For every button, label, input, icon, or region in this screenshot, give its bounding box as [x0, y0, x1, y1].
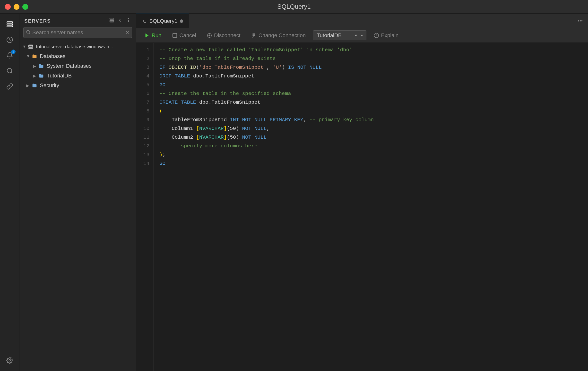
explain-button[interactable]: Explain — [370, 31, 402, 40]
chevron-down-icon — [360, 33, 364, 37]
tab-bar: SQLQuery1 — [136, 14, 588, 28]
tree-item-security[interactable]: ▶ Security — [20, 81, 136, 90]
search-box[interactable]: ✕ — [23, 27, 132, 38]
line-number: 2 — [146, 54, 149, 63]
connection-selector[interactable]: TutorialDB master tempdb — [313, 30, 367, 40]
line-number: 7 — [146, 98, 149, 107]
connection-select-input[interactable]: TutorialDB master tempdb — [316, 32, 358, 39]
change-connection-button[interactable]: Change Connection — [248, 31, 309, 40]
expand-arrow: ▶ — [26, 83, 31, 88]
code-line-12: -- specify more columns here — [159, 142, 578, 151]
cancel-icon — [172, 33, 177, 38]
minimize-button[interactable] — [14, 4, 20, 10]
close-button[interactable] — [5, 4, 11, 10]
line-number: 14 — [143, 159, 149, 168]
change-connection-icon — [251, 33, 257, 38]
code-editor[interactable]: 1 2 3 4 5 6 7 8 9 10 11 12 13 14 -- Crea… — [136, 43, 588, 371]
editor-tab-sqlquery1[interactable]: SQLQuery1 — [136, 14, 189, 28]
title-bar: SQLQuery1 — [0, 0, 588, 14]
tree-item-system-databases[interactable]: ▶ System Databases — [20, 61, 136, 71]
code-line-11: Column2 [NVARCHAR](50) NOT NULL — [159, 133, 578, 142]
new-connection-icon[interactable] — [109, 18, 115, 24]
sidebar-item-search[interactable] — [3, 64, 17, 78]
tab-name: SQLQuery1 — [149, 18, 177, 24]
svg-rect-16 — [29, 45, 33, 46]
collapse-all-icon[interactable] — [117, 18, 123, 24]
code-line-4: DROP TABLE dbo.TableFromSnippet — [159, 72, 578, 81]
tree-item-databases[interactable]: ▼ Databases — [20, 52, 136, 61]
expand-arrow: ▼ — [26, 54, 31, 59]
code-line-5: GO — [159, 81, 578, 89]
run-icon — [144, 33, 150, 38]
line-number: 11 — [143, 133, 149, 142]
tab-bar-spacer — [189, 14, 572, 28]
app-layout: 1 SERVERS — [0, 14, 588, 371]
svg-rect-24 — [173, 33, 177, 37]
system-databases-label: System Databases — [47, 63, 92, 69]
tree-item-server[interactable]: ▼ tutorialserver.database.windows.n... — [20, 42, 136, 52]
expand-arrow: ▶ — [33, 73, 38, 78]
code-line-3: IF OBJECT_ID('dbo.TableFromSnippet', 'U'… — [159, 63, 578, 72]
svg-point-12 — [128, 20, 129, 21]
expand-arrow: ▼ — [22, 44, 27, 49]
code-line-14: GO — [159, 159, 578, 168]
svg-point-22 — [582, 21, 582, 21]
toolbar: Run Cancel Disconnect Cha — [136, 28, 588, 43]
run-button[interactable]: Run — [141, 31, 165, 40]
main-area: SQLQuery1 Run — [136, 14, 588, 371]
tab-more-button[interactable] — [572, 14, 588, 28]
activity-bar: 1 — [0, 14, 20, 371]
settings-button[interactable] — [3, 353, 17, 367]
security-label: Security — [40, 82, 59, 89]
sidebar-item-notifications[interactable]: 1 — [3, 49, 17, 62]
svg-marker-23 — [146, 33, 149, 37]
expand-arrow: ▶ — [33, 64, 38, 69]
search-icon — [26, 30, 30, 35]
search-input[interactable] — [32, 29, 126, 36]
scrollbar[interactable] — [584, 43, 588, 371]
line-number: 9 — [146, 116, 149, 124]
line-number: 4 — [146, 72, 149, 81]
svg-rect-18 — [29, 48, 33, 48]
svg-rect-8 — [110, 20, 114, 21]
sidebar-item-connections[interactable] — [3, 80, 17, 93]
svg-point-11 — [128, 18, 129, 19]
svg-rect-2 — [7, 26, 12, 27]
maximize-button[interactable] — [22, 4, 28, 10]
clear-search-icon[interactable]: ✕ — [126, 30, 129, 35]
security-folder-icon — [31, 82, 38, 89]
window-controls — [5, 4, 28, 10]
svg-point-6 — [9, 360, 10, 361]
code-line-8: ( — [159, 107, 578, 116]
activity-bar-bottom — [3, 353, 17, 371]
cancel-button[interactable]: Cancel — [169, 31, 199, 40]
notifications-badge: 1 — [11, 50, 16, 54]
line-number: 5 — [146, 81, 149, 89]
svg-point-20 — [578, 21, 579, 21]
svg-rect-1 — [7, 24, 12, 25]
system-databases-folder-icon — [38, 63, 45, 70]
tree-view: ▼ tutorialserver.database.windows.n... ▼ — [20, 41, 136, 371]
tutorialdb-folder-icon — [38, 72, 45, 79]
query-icon — [142, 19, 147, 23]
server-label: tutorialserver.database.windows.n... — [36, 44, 113, 50]
svg-rect-17 — [29, 46, 33, 47]
svg-point-21 — [580, 21, 581, 21]
sidebar: SERVERS — [20, 14, 136, 371]
code-line-2: -- Drop the table if it already exists — [159, 54, 578, 63]
sidebar-item-servers[interactable] — [3, 18, 17, 31]
databases-label: Databases — [40, 53, 65, 60]
line-number: 10 — [143, 124, 149, 133]
more-options-icon[interactable] — [126, 18, 131, 24]
tree-item-tutorialdb[interactable]: ▶ TutorialDB — [20, 71, 136, 81]
sidebar-item-history[interactable] — [3, 33, 17, 47]
explain-icon — [374, 33, 379, 38]
line-number: 1 — [146, 46, 149, 54]
line-number: 3 — [146, 63, 149, 72]
code-content[interactable]: -- Create a new table called 'TableFromS… — [154, 43, 584, 371]
line-number: 8 — [146, 107, 149, 116]
svg-point-4 — [7, 69, 12, 73]
disconnect-button[interactable]: Disconnect — [203, 31, 244, 40]
disconnect-icon — [207, 33, 212, 38]
svg-point-14 — [26, 30, 29, 33]
